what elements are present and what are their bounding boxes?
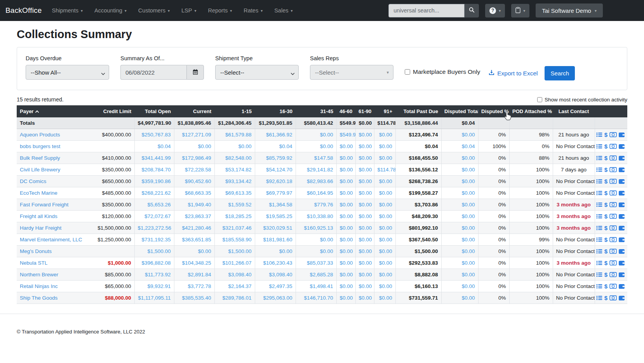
nav-item-lsp[interactable]: LSP▾ (181, 7, 196, 14)
column-header-total-open[interactable]: Total Open (134, 105, 174, 117)
dollar-icon[interactable]: $ (604, 166, 608, 173)
payer-link[interactable]: Civil Life Brewery (20, 167, 60, 173)
money-bill-icon[interactable] (609, 225, 617, 231)
days-overdue-select[interactable]: --Show All-- (26, 65, 109, 80)
wallet-icon[interactable] (618, 178, 625, 185)
sales-reps-select[interactable]: --Select-- (310, 65, 393, 80)
column-header-disputed-total[interactable]: Disputed Total (441, 105, 478, 117)
brand-logo[interactable]: BackOffice (5, 6, 42, 15)
summary-as-of-input[interactable] (120, 65, 186, 80)
shipment-type-select[interactable]: --Select-- (215, 65, 299, 80)
money-bill-icon[interactable] (609, 190, 617, 196)
money-bill-icon[interactable] (609, 260, 617, 266)
nav-item-shipments[interactable]: Shipments▾ (52, 7, 83, 14)
list-icon[interactable] (596, 283, 602, 290)
payer-link[interactable]: Aqueon Products (20, 132, 60, 138)
search-button[interactable]: Search (545, 66, 575, 80)
column-header-61-90[interactable]: 61-90 (355, 105, 374, 117)
wallet-icon[interactable] (618, 236, 625, 243)
list-icon[interactable] (596, 131, 602, 138)
dollar-icon[interactable]: $ (604, 283, 608, 290)
list-icon[interactable] (596, 248, 602, 255)
dollar-icon[interactable]: $ (604, 131, 608, 138)
wallet-icon[interactable] (618, 131, 625, 138)
wallet-icon[interactable] (618, 283, 625, 290)
list-icon[interactable] (596, 213, 602, 220)
list-icon[interactable] (596, 143, 602, 150)
wallet-icon[interactable] (618, 271, 625, 278)
dollar-icon[interactable]: $ (604, 155, 608, 161)
marketplace-buyers-checkbox[interactable] (405, 69, 410, 75)
payer-link[interactable]: bobs burgers test (20, 143, 60, 149)
wallet-icon[interactable] (618, 225, 625, 231)
dollar-icon[interactable]: $ (604, 225, 608, 231)
date-picker-button[interactable] (186, 65, 204, 80)
money-bill-icon[interactable] (609, 283, 617, 290)
dollar-icon[interactable]: $ (604, 213, 608, 220)
list-icon[interactable] (596, 201, 602, 208)
list-icon[interactable] (596, 178, 602, 185)
payer-link[interactable]: Marvel Entertainment, LLC (20, 237, 82, 243)
column-header-91-[interactable]: 91+ (374, 105, 395, 117)
money-bill-icon[interactable] (609, 236, 617, 243)
wallet-icon[interactable] (618, 213, 625, 220)
wallet-icon[interactable] (618, 201, 625, 208)
payer-link[interactable]: Freight all Kinds (20, 213, 57, 219)
money-bill-icon[interactable] (609, 213, 617, 220)
payer-link[interactable]: Meg's Donuts (20, 248, 52, 254)
list-icon[interactable] (596, 271, 602, 278)
money-bill-icon[interactable] (609, 143, 617, 150)
dollar-icon[interactable]: $ (604, 260, 608, 266)
money-bill-icon[interactable] (609, 178, 617, 185)
payer-link[interactable]: Nebula STL (20, 260, 47, 266)
column-header-total-past-due[interactable]: Total Past Due (395, 105, 441, 117)
column-header-current[interactable]: Current (174, 105, 214, 117)
wallet-icon[interactable] (618, 143, 625, 150)
column-header-16-30[interactable]: 16-30 (255, 105, 296, 117)
show-recent-checkbox[interactable] (537, 97, 542, 102)
dollar-icon[interactable]: $ (604, 271, 608, 278)
dollar-icon[interactable]: $ (604, 248, 608, 255)
wallet-icon[interactable] (618, 295, 625, 301)
column-header-46-60[interactable]: 46-60 (336, 105, 355, 117)
column-header-last-contact[interactable]: Last Contact (553, 105, 595, 117)
money-bill-icon[interactable] (609, 201, 617, 208)
wallet-icon[interactable] (618, 190, 625, 196)
user-menu-button[interactable]: Tai Software Demo ▾ (536, 3, 603, 17)
search-submit-button[interactable] (465, 4, 479, 17)
list-icon[interactable] (596, 236, 602, 243)
list-icon[interactable] (596, 166, 602, 173)
payer-link[interactable]: Ship The Goods (20, 295, 57, 301)
list-icon[interactable] (596, 295, 602, 301)
payer-link[interactable]: Hardy Har Freight (20, 225, 61, 231)
dollar-icon[interactable]: $ (604, 295, 608, 301)
money-bill-icon[interactable] (609, 166, 617, 173)
nav-item-reports[interactable]: Reports▾ (208, 7, 232, 14)
payer-link[interactable]: Fast Forward Freight (20, 202, 68, 208)
nav-item-customers[interactable]: Customers▾ (138, 7, 170, 14)
payer-link[interactable]: DC Comics (20, 178, 46, 184)
nav-item-accounting[interactable]: Accounting▾ (94, 7, 127, 14)
column-header-31-45[interactable]: 31-45 (296, 105, 336, 117)
clipboard-menu-button[interactable]: ▾ (511, 4, 529, 17)
wallet-icon[interactable] (618, 166, 625, 173)
dollar-icon[interactable]: $ (604, 201, 608, 208)
list-icon[interactable] (596, 155, 602, 161)
dollar-icon[interactable]: $ (604, 236, 608, 243)
column-header-1-15[interactable]: 1-15 (214, 105, 255, 117)
payer-link[interactable]: EcoTech Marine (20, 190, 57, 196)
payer-link[interactable]: Retail Ninjas Inc (20, 283, 58, 289)
payer-link[interactable]: Bulk Reef Supply (20, 155, 60, 161)
column-header-credit-limit[interactable]: Credit Limit (94, 105, 134, 117)
dollar-icon[interactable]: $ (604, 178, 608, 185)
dollar-icon[interactable]: $ (604, 143, 608, 150)
column-header-pod-attached-[interactable]: POD Attached % (509, 105, 553, 117)
nav-item-sales[interactable]: Sales▾ (274, 7, 292, 14)
nav-item-rates[interactable]: Rates▾ (244, 7, 263, 14)
money-bill-icon[interactable] (609, 131, 617, 138)
list-icon[interactable] (596, 225, 602, 231)
search-input[interactable] (388, 4, 465, 17)
money-bill-icon[interactable] (609, 248, 617, 255)
wallet-icon[interactable] (618, 260, 625, 266)
money-bill-icon[interactable] (609, 271, 617, 278)
